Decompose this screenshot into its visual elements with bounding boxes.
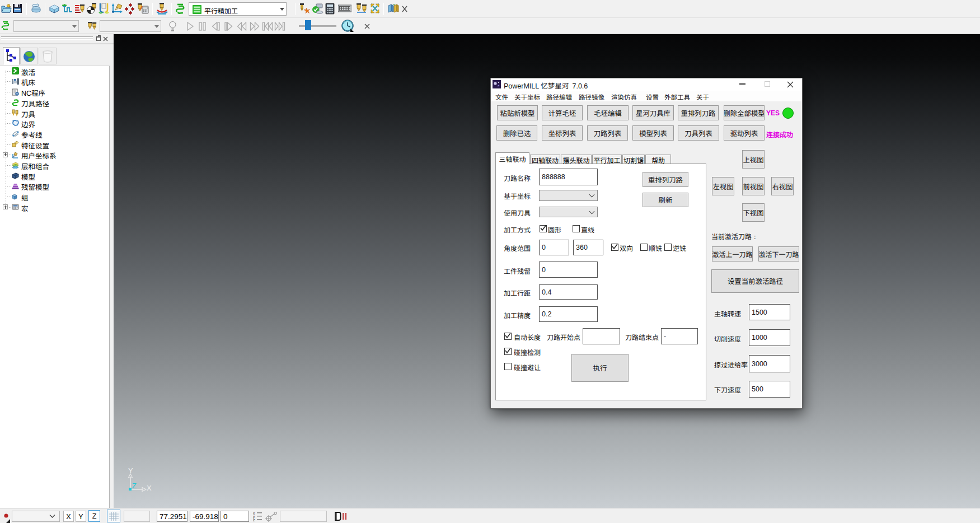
svg-text:Y: Y <box>128 466 133 475</box>
svg-text:z: z <box>253 518 255 521</box>
svg-text:X: X <box>147 484 152 492</box>
svg-text:Z: Z <box>132 482 137 490</box>
